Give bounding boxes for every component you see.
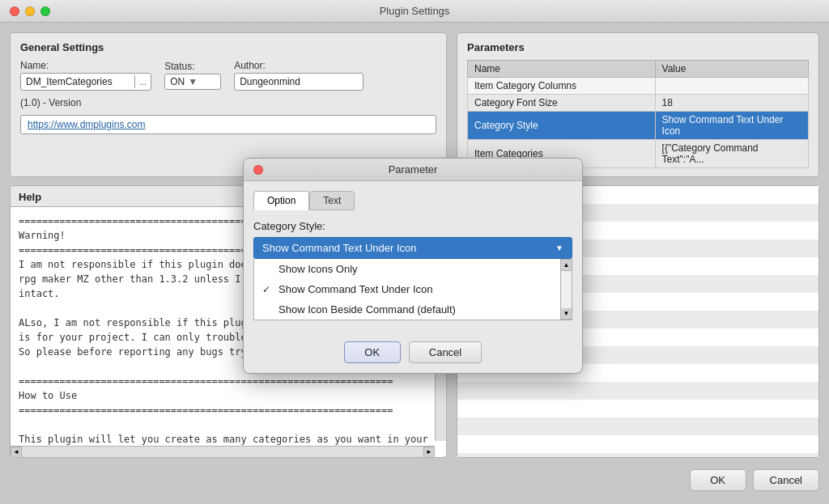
author-input[interactable] [234, 73, 363, 91]
dropdown-selected[interactable]: Show Command Text Under Icon ▼ [253, 237, 572, 259]
option-label: Show Icon Beside Command (default) [278, 303, 456, 316]
name-status-author-row: Name: ... Status: ON ▼ Author: [20, 60, 436, 91]
parameters-title: Parameters [467, 41, 809, 53]
name-input-wrap[interactable]: ... [20, 73, 151, 91]
minimize-button[interactable] [25, 6, 35, 16]
scroll-right-button[interactable]: ► [423, 447, 435, 458]
param-name: Category Font Size [468, 95, 656, 112]
version-text: (1.0) - Version [20, 97, 81, 108]
titlebar: Plugin Settings [0, 0, 829, 23]
window-title: Plugin Settings [380, 5, 450, 17]
table-row-selected[interactable]: Category Style Show Command Text Under I… [468, 112, 809, 140]
param-value [655, 78, 808, 95]
dialog-scroll-track [561, 271, 572, 308]
params-col-name: Name [468, 61, 656, 78]
author-group: Author: [234, 60, 363, 91]
list-item[interactable]: Show Icons Only [254, 259, 560, 279]
close-button[interactable] [10, 6, 19, 16]
parameters-panel: Parameters Name Value Item Category Colu… [457, 32, 819, 177]
param-name: Category Style [468, 112, 656, 140]
category-style-label: Category Style: [253, 220, 572, 232]
window-controls [10, 6, 50, 16]
dropdown-options-wrap: Show Icons Only Show Command Text Under … [253, 259, 572, 320]
dialog-close-button[interactable] [253, 165, 263, 175]
dialog-scroll-up-button[interactable]: ▲ [561, 260, 572, 271]
dropdown-arrow-icon: ▼ [555, 244, 563, 252]
table-row[interactable]: Item Category Columns [468, 78, 809, 95]
params-table: Name Value Item Category Columns Categor… [467, 60, 809, 168]
top-row: General Settings Name: ... Status: ON ▼ [10, 32, 819, 177]
option-label: Show Command Text Under Icon [278, 283, 433, 295]
parameter-dialog: Parameter Option Text Category Style: Sh… [243, 158, 583, 374]
general-settings-panel: General Settings Name: ... Status: ON ▼ [10, 32, 447, 177]
status-select[interactable]: ON ▼ [164, 74, 221, 90]
dialog-tabs: Option Text [253, 191, 572, 210]
status-group: Status: ON ▼ [164, 61, 221, 90]
name-label: Name: [20, 60, 151, 71]
table-row[interactable]: Category Font Size 18 [468, 95, 809, 112]
tab-text[interactable]: Text [309, 191, 355, 210]
status-arrow-icon: ▼ [188, 76, 198, 87]
param-value: Show Command Text Under Icon [655, 112, 808, 140]
param-value: 18 [655, 95, 808, 112]
scroll-track [22, 447, 423, 457]
list-item[interactable]: Show Icon Beside Command (default) [254, 299, 560, 320]
status-value: ON [170, 76, 185, 87]
dialog-title: Parameter [389, 163, 438, 176]
dialog-body: Option Text Category Style: Show Command… [244, 181, 582, 333]
dialog-scroll-down-button[interactable]: ▼ [561, 308, 572, 320]
param-name: Item Category Columns [468, 78, 656, 95]
ok-button[interactable]: OK [690, 469, 746, 491]
name-group: Name: ... [20, 60, 151, 91]
params-col-value: Value [655, 61, 808, 78]
cancel-button[interactable]: Cancel [753, 469, 819, 491]
dialog-titlebar: Parameter [244, 159, 582, 181]
dropdown-selected-text: Show Command Text Under Icon [262, 242, 417, 254]
dialog-scrollbar[interactable]: ▲ ▼ [561, 259, 572, 320]
scroll-left-button[interactable]: ◄ [11, 447, 22, 458]
dialog-ok-button[interactable]: OK [344, 341, 401, 363]
option-label: Show Icons Only [278, 263, 358, 275]
list-item-checked[interactable]: Show Command Text Under Icon [254, 279, 560, 299]
name-input[interactable] [21, 74, 134, 90]
dropdown-options: Show Icons Only Show Command Text Under … [253, 259, 561, 320]
dropdown-container: Show Command Text Under Icon ▼ Show Icon… [253, 237, 572, 320]
tab-option[interactable]: Option [253, 191, 309, 210]
general-settings-title: General Settings [20, 41, 436, 53]
website-link[interactable]: https://www.dmplugins.com [20, 115, 436, 134]
author-label: Author: [234, 60, 363, 71]
dropdown-list: Show Icons Only Show Command Text Under … [253, 259, 561, 320]
dialog-footer: OK Cancel [244, 333, 582, 373]
param-value: [{"Category Command Text":"A... [655, 140, 808, 168]
version-row: (1.0) - Version [20, 97, 436, 108]
maximize-button[interactable] [40, 6, 50, 16]
name-extra-btn[interactable]: ... [134, 75, 151, 88]
status-label: Status: [164, 61, 221, 72]
horizontal-scrollbar[interactable]: ◄ ► [11, 446, 435, 457]
dialog-cancel-button[interactable]: Cancel [409, 341, 482, 363]
bottom-bar: OK Cancel [10, 466, 819, 494]
